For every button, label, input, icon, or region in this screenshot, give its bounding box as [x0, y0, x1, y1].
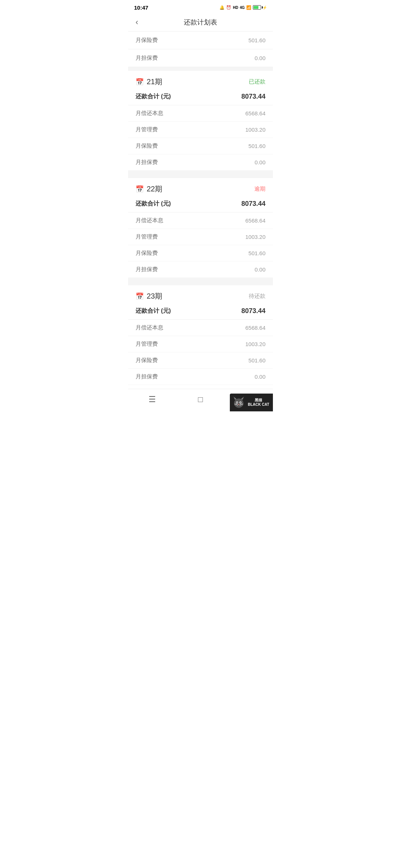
status-icons: 🔔 ⏰ HD 4G 📶 ⚡ — [219, 5, 267, 10]
svg-point-0 — [234, 398, 244, 408]
period-21-num: 21期 — [147, 77, 162, 87]
period-22-section: 📅 22期 逾期 还款合计 (元) 8073.44 月偿还本息 6568.64 … — [128, 178, 273, 278]
value-mgmt-23: 1003.20 — [245, 341, 265, 347]
period-23-total-label: 还款合计 (元) — [136, 307, 171, 315]
label-principal-23: 月偿还本息 — [136, 324, 163, 331]
alarm-icon: ⏰ — [226, 5, 231, 10]
calendar-icon-22: 📅 — [136, 185, 144, 193]
value-ins-22: 501.60 — [248, 250, 265, 256]
svg-point-8 — [240, 402, 241, 403]
period-22-total-label: 还款合计 (元) — [136, 200, 171, 208]
period-23-left: 📅 23期 — [136, 291, 162, 301]
battery-icon: ⚡ — [253, 5, 267, 10]
period-21-detail-principal: 月偿还本息 6568.64 — [128, 105, 273, 122]
divider-3 — [128, 282, 273, 285]
insurance-label: 月保险费 — [136, 37, 158, 44]
label-guar-21: 月担保费 — [136, 159, 158, 166]
calendar-icon-23: 📅 — [136, 292, 144, 300]
period-23-total-row: 还款合计 (元) 8073.44 — [128, 304, 273, 320]
period-23-header: 📅 23期 待还款 — [128, 285, 273, 304]
bottom-navigation: ☰ □ ◁ — [128, 389, 273, 411]
svg-point-7 — [237, 402, 238, 403]
period-21-detail-ins: 月保险费 501.60 — [128, 138, 273, 154]
label-mgmt-23: 月管理费 — [136, 341, 158, 348]
period-23-detail-mgmt: 月管理费 1003.20 — [128, 336, 273, 352]
insurance-value: 501.60 — [248, 37, 265, 43]
value-guar-21: 0.00 — [255, 159, 265, 165]
period-21-total-row: 还款合计 (元) 8073.44 — [128, 90, 273, 105]
period-22-total-row: 还款合计 (元) 8073.44 — [128, 197, 273, 213]
period-22-num: 22期 — [147, 184, 162, 194]
value-mgmt-22: 1003.20 — [245, 234, 265, 240]
period-23-total-value: 8073.44 — [241, 307, 265, 315]
value-principal-23: 6568.64 — [245, 325, 265, 331]
value-guar-22: 0.00 — [255, 266, 265, 273]
home-icon: □ — [198, 395, 203, 404]
page-header: ‹ 还款计划表 — [128, 13, 273, 32]
status-bar: 10:47 🔔 ⏰ HD 4G 📶 ⚡ — [128, 0, 273, 13]
period-22-left: 📅 22期 — [136, 184, 162, 194]
label-ins-21: 月保险费 — [136, 142, 158, 149]
label-mgmt-21: 月管理费 — [136, 126, 158, 133]
label-principal-22: 月偿还本息 — [136, 217, 163, 224]
back-button[interactable]: ‹ — [136, 17, 138, 27]
period-22-detail-principal: 月偿还本息 6568.64 — [128, 213, 273, 229]
main-content: 月保险费 501.60 月担保费 0.00 📅 21期 已还款 还款合计 (元)… — [128, 32, 273, 385]
period-21-detail-guar: 月担保费 0.00 — [128, 154, 273, 171]
period-21-section: 📅 21期 已还款 还款合计 (元) 8073.44 月偿还本息 6568.64… — [128, 71, 273, 171]
period-22-detail-guar: 月担保费 0.00 — [128, 262, 273, 278]
value-guar-23: 0.00 — [255, 374, 265, 380]
value-mgmt-21: 1003.20 — [245, 126, 265, 133]
menu-icon: ☰ — [149, 395, 156, 404]
status-time: 10:47 — [134, 4, 148, 11]
calendar-icon-21: 📅 — [136, 78, 144, 86]
label-ins-22: 月保险费 — [136, 250, 158, 257]
page-title: 还款计划表 — [184, 18, 217, 27]
notification-icon: 🔔 — [219, 5, 225, 10]
period-23-detail-ins: 月保险费 501.60 — [128, 352, 273, 369]
period-22-detail-mgmt: 月管理费 1003.20 — [128, 229, 273, 245]
period-23-detail-principal: 月偿还本息 6568.64 — [128, 320, 273, 336]
period-23-section: 📅 23期 待还款 还款合计 (元) 8073.44 月偿还本息 6568.64… — [128, 285, 273, 385]
value-ins-21: 501.60 — [248, 143, 265, 149]
cat-logo-icon — [232, 396, 245, 409]
label-guar-23: 月担保费 — [136, 373, 158, 380]
period-22-detail-ins: 月保险费 501.60 — [128, 245, 273, 262]
divider-1 — [128, 67, 273, 71]
cat-brand-text: 黑猫 BLACK CAT — [248, 398, 269, 407]
summary-section: 月保险费 501.60 月担保费 0.00 — [128, 32, 273, 67]
summary-row-insurance: 月保险费 501.60 — [128, 32, 273, 49]
label-guar-22: 月担保费 — [136, 266, 158, 273]
guarantee-value: 0.00 — [255, 55, 265, 61]
label-principal-21: 月偿还本息 — [136, 110, 163, 117]
period-22-status: 逾期 — [254, 185, 265, 193]
period-21-status: 已还款 — [249, 78, 265, 85]
period-22-total-value: 8073.44 — [241, 200, 265, 208]
value-ins-23: 501.60 — [248, 357, 265, 364]
home-button[interactable]: □ — [189, 394, 212, 405]
period-23-detail-guar: 月担保费 0.00 — [128, 369, 273, 385]
label-mgmt-22: 月管理费 — [136, 233, 158, 240]
summary-row-guarantee: 月担保费 0.00 — [128, 49, 273, 67]
period-21-left: 📅 21期 — [136, 77, 162, 87]
4g-icon: 4G — [240, 6, 245, 10]
period-23-status: 待还款 — [249, 293, 265, 300]
hd-icon: HD — [233, 6, 238, 10]
period-23-num: 23期 — [147, 291, 162, 301]
period-21-total-label: 还款合计 (元) — [136, 93, 171, 101]
signal-icon: 📶 — [246, 5, 251, 10]
label-ins-23: 月保险费 — [136, 357, 158, 364]
menu-button[interactable]: ☰ — [141, 394, 163, 405]
period-21-total-value: 8073.44 — [241, 93, 265, 101]
divider-2 — [128, 174, 273, 178]
period-22-header: 📅 22期 逾期 — [128, 178, 273, 197]
period-21-detail-mgmt: 月管理费 1003.20 — [128, 122, 273, 138]
guarantee-label: 月担保费 — [136, 55, 158, 62]
value-principal-22: 6568.64 — [245, 217, 265, 224]
black-cat-watermark: 黑猫 BLACK CAT — [230, 394, 273, 411]
value-principal-21: 6568.64 — [245, 110, 265, 116]
period-21-header: 📅 21期 已还款 — [128, 71, 273, 90]
